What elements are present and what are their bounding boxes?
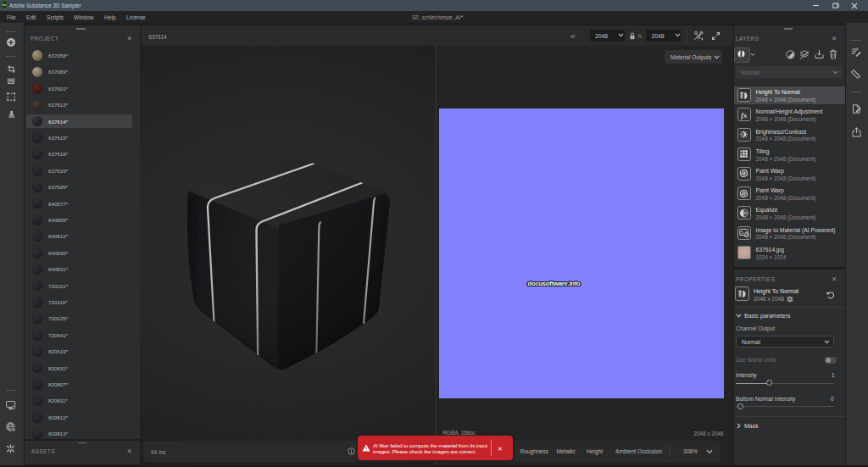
svg-text:fx: fx (741, 111, 748, 120)
